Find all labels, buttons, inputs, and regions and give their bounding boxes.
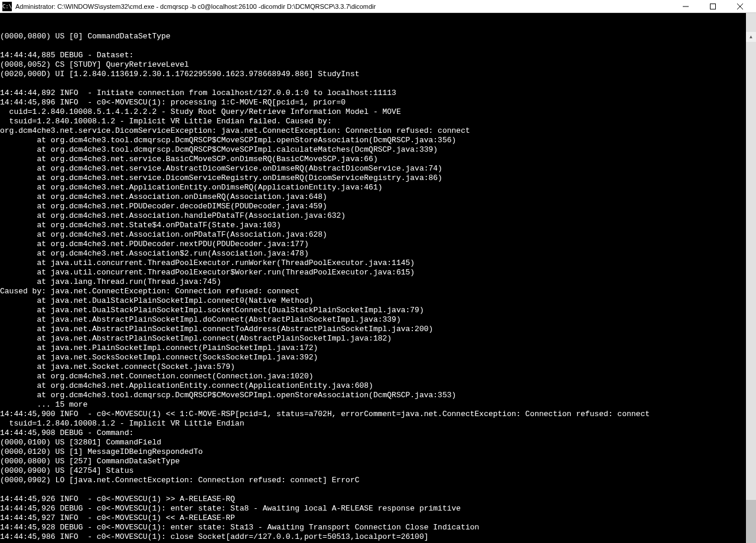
- minimize-button[interactable]: [672, 0, 699, 13]
- cmd-icon: C:\: [2, 2, 12, 11]
- window-controls: [672, 0, 754, 13]
- terminal-scrollbar[interactable]: ▲ ▼: [746, 13, 756, 543]
- maximize-icon: [710, 4, 716, 9]
- terminal-area[interactable]: (0000,0800) US [0] CommandDataSetType 14…: [0, 13, 756, 543]
- maximize-button[interactable]: [699, 0, 726, 13]
- close-button[interactable]: [726, 0, 754, 13]
- scroll-thumb[interactable]: [746, 500, 756, 543]
- close-icon: [737, 4, 743, 9]
- window-title: Administrator: C:\WINDOWS\system32\cmd.e…: [15, 3, 672, 10]
- minimize-icon: [683, 4, 689, 9]
- scroll-up-arrow[interactable]: ▲: [746, 32, 756, 42]
- scroll-track[interactable]: [746, 61, 756, 543]
- svg-rect-1: [711, 4, 716, 9]
- terminal-output: (0000,0800) US [0] CommandDataSetType 14…: [0, 32, 746, 543]
- cmd-icon-label: C:\: [2, 4, 12, 9]
- window-titlebar: C:\ Administrator: C:\WINDOWS\system32\c…: [0, 0, 756, 13]
